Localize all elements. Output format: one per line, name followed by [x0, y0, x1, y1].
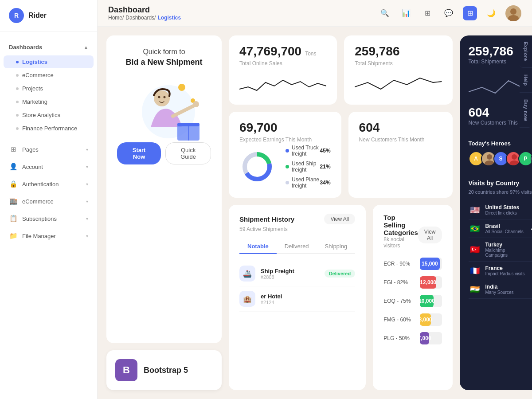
sidebar-item-projects[interactable]: Projects: [4, 82, 94, 95]
topbar-left: Dashboard Home/ Dashboards/ Logistics: [108, 5, 372, 21]
customers-card: 604 New Customers This Month: [348, 112, 453, 198]
auth-icon: 🔒: [9, 180, 18, 188]
sales-chart: [239, 74, 326, 96]
cat-bar-bg: 10,000: [420, 295, 442, 307]
moon-icon[interactable]: 🌙: [484, 6, 498, 20]
sidebar-pages-label: Pages: [22, 146, 39, 153]
search-icon[interactable]: 🔍: [378, 6, 392, 20]
help-tab[interactable]: Help: [520, 68, 532, 93]
country-subtitle: 20 countries share 97% visits: [469, 189, 532, 195]
sidebar-logo: R Rider: [0, 0, 97, 31]
country-list: 🇺🇸 United States Direct link clicks 9,76…: [469, 201, 532, 299]
buynow-tab[interactable]: Buy now: [520, 93, 532, 128]
sidebar-item-logistics[interactable]: Logistics: [4, 55, 94, 68]
sidebar-item-marketing[interactable]: Marketing: [4, 95, 94, 108]
main-area: Dashboard Home/ Dashboards/ Logistics 🔍 …: [98, 0, 532, 399]
cat-bar-bg: 7,000: [420, 332, 442, 344]
sidebar-item-pages[interactable]: ⊞ Pages ▾: [0, 141, 97, 158]
quick-guide-button[interactable]: Quick Guide: [165, 142, 211, 164]
svg-point-3: [178, 84, 185, 91]
topbar-icons: 🔍 📊 ⊞ 💬 ⊞ 🌙: [378, 5, 521, 21]
donut-legend: Used Truck freight 45% Used Ship freight…: [286, 145, 331, 189]
cat-label: PLG - 50%: [383, 335, 415, 341]
quick-form-buttons: Start Now Quick Guide: [117, 142, 211, 164]
sidebar-auth-label: Authentication: [22, 181, 59, 188]
country-name: Turkey: [485, 242, 529, 248]
svg-point-15: [487, 154, 492, 160]
chat-icon[interactable]: 💬: [442, 6, 456, 20]
breadcrumb-current: Logistics: [157, 15, 181, 21]
cat-item: EOQ - 75% 10,000: [383, 295, 442, 307]
breadcrumb-dashboards: Dashboards/: [125, 15, 156, 21]
tab-delivered[interactable]: Delivered: [277, 239, 317, 254]
sidebar-item-authentication[interactable]: 🔒 Authentication ▾: [0, 176, 97, 192]
legend-plane: Used Plane freight 34%: [286, 176, 331, 189]
categories-header: Top Selling Categories 8k social visitor…: [383, 214, 442, 256]
tab-notable[interactable]: Notable: [239, 239, 277, 254]
quick-form-title: Quick form to Bid a New Shipment: [125, 48, 202, 67]
cat-bar-bg: 8,000: [420, 313, 442, 326]
grid-icon[interactable]: ⊞: [420, 6, 434, 20]
country-info: India Many Sources: [485, 284, 532, 295]
sidebar-item-label: Marketing: [22, 98, 47, 105]
country-info: Turkey Mailchimp Campaigns: [485, 242, 529, 258]
avatar[interactable]: [505, 5, 521, 21]
sidebar-dashboards-section[interactable]: Dashboards ▲: [0, 35, 97, 55]
sidebar-item-filemanager[interactable]: 📁 File Manager ▾: [0, 227, 97, 244]
sales-stat-card: 47,769,700 Tons Total Online Sales: [229, 35, 337, 105]
breadcrumb-home: Home/: [108, 15, 124, 21]
bootstrap-text: Bootstrap 5: [144, 366, 188, 375]
apps-icon[interactable]: ⊞: [463, 6, 477, 20]
sidebar-item-ecommerce-main[interactable]: 🏬 eCommerce ▾: [0, 193, 97, 210]
country-info: Brasil All Social Channels: [485, 223, 527, 234]
dot-icon: [16, 87, 19, 90]
shipment-title: Shipment History: [239, 215, 294, 223]
categories-viewall-button[interactable]: View All: [418, 227, 442, 243]
sidebar-item-account[interactable]: 👤 Account ▾: [0, 158, 97, 175]
legend-truck: Used Truck freight 45%: [286, 145, 331, 157]
country-flag: 🇧🇷: [469, 224, 481, 233]
sidebar-dashboards-label: Dashboards: [9, 44, 42, 51]
sales-label: Total Online Sales: [239, 60, 326, 66]
svg-point-18: [509, 160, 519, 166]
start-now-button[interactable]: Start Now: [117, 142, 161, 164]
sidebar-item-label: eCommerce: [22, 72, 54, 78]
tab-shipping[interactable]: Shipping: [317, 239, 356, 254]
dot-icon: [16, 61, 19, 63]
cat-label: FMG - 60%: [383, 317, 415, 323]
shipment-viewall-button[interactable]: View All: [324, 214, 355, 224]
topbar: Dashboard Home/ Dashboards/ Logistics 🔍 …: [98, 0, 532, 27]
country-flag: 🇮🇳: [469, 285, 481, 294]
dot-icon: [16, 101, 19, 103]
sidebar-item-ecommerce[interactable]: eCommerce: [4, 69, 94, 82]
country-item: 🇹🇷 Turkey Mailchimp Campaigns 1,680 +0.2…: [469, 238, 532, 262]
quick-form-illustration: [129, 74, 200, 132]
chart-icon[interactable]: 📊: [399, 6, 413, 20]
country-name: India: [485, 284, 532, 290]
country-info: United States Direct link clicks: [485, 204, 529, 215]
cat-bar: 12,000: [420, 276, 436, 289]
shipments-stat-card: 259,786 Total Shipments: [344, 35, 452, 105]
country-flag: 🇫🇷: [469, 266, 481, 275]
cat-bar-bg: 12,000: [420, 276, 442, 289]
legend-ship: Used Ship freight 21%: [286, 160, 331, 173]
sidebar-item-finance[interactable]: Finance Performance: [4, 122, 94, 135]
svg-point-6: [158, 96, 160, 98]
sidebar-dashboards-header[interactable]: Dashboards ▲: [9, 41, 88, 53]
shipment-name-2: er Hotel: [261, 293, 355, 300]
sidebar-item-subscriptions[interactable]: 📋 Subscriptions ▾: [0, 210, 97, 227]
sidebar-account-label: Account: [22, 164, 43, 170]
middle-panel: 47,769,700 Tons Total Online Sales 259,7…: [229, 35, 453, 390]
country-flag: 🇺🇸: [469, 206, 481, 215]
sidebar: R Rider Dashboards ▲ Logistics eCommerce…: [0, 0, 98, 399]
sidebar-item-store-analytics[interactable]: Store Analytics: [4, 109, 94, 121]
bottom-row: Shipment History View All 59 Active Ship…: [229, 205, 453, 390]
cat-item: FGI - 82% 12,000: [383, 276, 442, 289]
explore-tab[interactable]: Explore: [520, 35, 532, 68]
hotel-icon: 🏨: [239, 291, 255, 307]
hero-avatar-p: P: [518, 151, 532, 166]
country-item: 🇧🇷 Brasil All Social Channels 4,062 ▼0.4…: [469, 219, 532, 238]
svg-point-7: [164, 96, 166, 98]
country-sub: Impact Radius visits: [485, 271, 532, 276]
cat-item: ECR - 90% 15,000: [383, 258, 442, 270]
